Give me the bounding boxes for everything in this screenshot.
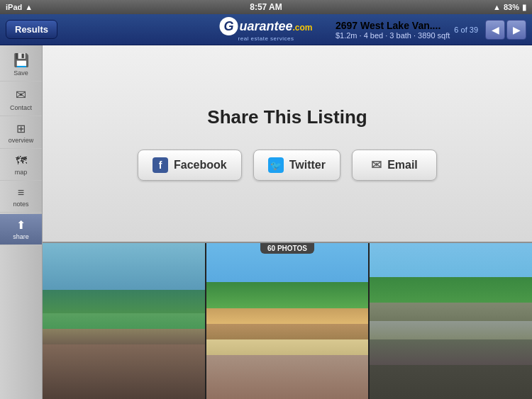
sidebar-item-notes[interactable]: ≡ notes <box>0 182 42 213</box>
sidebar-share-label: share <box>13 233 29 240</box>
sidebar-item-map[interactable]: 🗺 map <box>0 150 42 181</box>
facebook-icon: f <box>153 157 168 173</box>
sidebar-item-overview[interactable]: ⊞ overview <box>0 118 42 149</box>
share-panel: Share This Listing f Facebook 🐦 Twitter … <box>43 45 532 243</box>
notes-icon: ≡ <box>18 186 24 199</box>
photo-cell-2[interactable] <box>206 243 369 399</box>
sidebar-overview-label: overview <box>9 137 34 144</box>
main-content: 💾 Save ✉ Contact ⊞ overview 🗺 map ≡ note… <box>0 45 532 399</box>
logo-tagline: real estate services <box>238 35 294 42</box>
photos-strip: 60 PHOTOS <box>43 243 532 399</box>
sidebar-item-share[interactable]: ⬆ share <box>0 214 42 245</box>
status-time: 8:57 AM <box>250 2 282 12</box>
results-button[interactable]: Results <box>6 20 57 39</box>
wifi-icon: ▲ <box>25 3 33 11</box>
email-share-button[interactable]: ✉ Email <box>352 150 437 181</box>
nav-bar: Results G uarantee .com real estate serv… <box>0 14 532 45</box>
next-listing-button[interactable]: ▶ <box>506 20 526 40</box>
sidebar-map-label: map <box>15 169 28 176</box>
photo-cell-3[interactable] <box>370 243 532 399</box>
content-panel: Share This Listing f Facebook 🐦 Twitter … <box>43 45 532 399</box>
email-label: Email <box>387 159 418 172</box>
map-icon: 🗺 <box>16 154 27 167</box>
photo-2-bg <box>206 243 369 399</box>
listing-count: 6 of 39 <box>454 26 478 34</box>
listing-title: 2697 West Lake Van.... <box>336 20 450 31</box>
email-icon: ✉ <box>371 157 382 173</box>
sidebar-save-label: Save <box>13 69 28 77</box>
logo-g-letter: G <box>219 17 238 35</box>
logo: G uarantee .com real estate services <box>219 17 312 42</box>
facebook-label: Facebook <box>174 159 227 172</box>
photos-label: 60 PHOTOS <box>260 243 314 254</box>
contact-icon: ✉ <box>16 87 26 103</box>
share-icon: ⬆ <box>16 218 26 232</box>
listing-details: $1.2m · 4 bed · 3 bath · 3890 sqft <box>336 31 450 40</box>
listing-info: 2697 West Lake Van.... $1.2m · 4 bed · 3… <box>336 20 450 40</box>
sidebar-item-save[interactable]: 💾 Save <box>0 48 42 82</box>
sidebar-notes-label: notes <box>13 201 28 208</box>
sidebar-contact-label: Contact <box>10 104 32 111</box>
sidebar-item-contact[interactable]: ✉ Contact <box>0 83 42 116</box>
logo-domain: .com <box>293 23 313 33</box>
sidebar: 💾 Save ✉ Contact ⊞ overview 🗺 map ≡ note… <box>0 45 43 399</box>
overview-icon: ⊞ <box>16 122 26 135</box>
share-title: Share This Listing <box>207 106 367 128</box>
photos-grid <box>43 243 532 399</box>
status-bar: iPad ▲ 8:57 AM ▲ 83% ▮ <box>0 0 532 14</box>
share-buttons: f Facebook 🐦 Twitter ✉ Email <box>138 150 437 181</box>
photo-3-bg <box>370 243 532 399</box>
wifi-signal-icon: ▲ <box>493 3 501 11</box>
battery-icon: ▮ <box>522 3 526 12</box>
battery-percent: 83% <box>504 3 519 11</box>
photo-cell-1[interactable] <box>43 243 205 399</box>
nav-arrows: ◀ ▶ <box>485 20 526 40</box>
twitter-share-button[interactable]: 🐦 Twitter <box>253 150 340 181</box>
save-icon: 💾 <box>13 52 29 68</box>
twitter-label: Twitter <box>289 159 326 172</box>
twitter-icon: 🐦 <box>268 157 284 173</box>
status-left: iPad ▲ <box>6 3 33 11</box>
photo-1-bg <box>43 243 205 399</box>
prev-listing-button[interactable]: ◀ <box>485 20 505 40</box>
nav-right-section: 2697 West Lake Van.... $1.2m · 4 bed · 3… <box>336 20 526 40</box>
status-right: ▲ 83% ▮ <box>493 3 526 12</box>
facebook-share-button[interactable]: f Facebook <box>138 150 242 181</box>
carrier-label: iPad <box>6 3 22 11</box>
logo-name: uarantee <box>239 19 292 34</box>
